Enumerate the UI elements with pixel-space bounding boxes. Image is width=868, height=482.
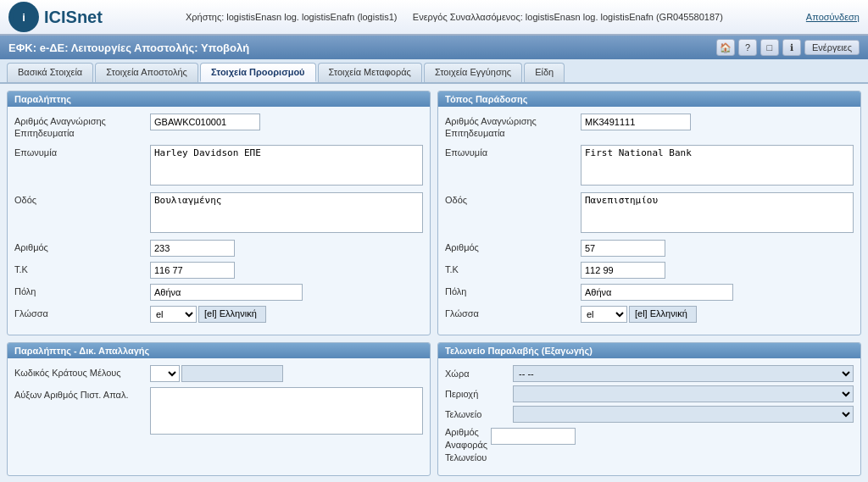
tab-apostoli[interactable]: Στοιχεία Αποστολής xyxy=(95,63,198,82)
top-arith-odos-label: Αριθμός xyxy=(445,240,581,253)
par-eponimia-textarea[interactable]: Harley Davidson ΕΠΕ xyxy=(150,145,423,186)
top-tk-row: Τ.Κ xyxy=(445,262,854,279)
tel-arith-label: ΑριθμόςΑναφοράςΤελωνείου xyxy=(445,426,487,465)
tel-teloneio-select[interactable] xyxy=(513,406,854,423)
pardik-body: Κωδικός Κράτους Μέλους Αύξων Αριθμός Πισ… xyxy=(8,358,430,448)
top-odos-label: Οδός xyxy=(445,192,581,206)
top-glossa-row: Γλώσσα el [el] Ελληνική xyxy=(445,306,854,323)
energeies-button[interactable]: Ενέργειες xyxy=(804,40,860,55)
top-arith-value xyxy=(581,114,854,130)
par-arith-odos-row: Αριθμός xyxy=(14,240,423,257)
par-glossa-display: [el] Ελληνική xyxy=(198,306,266,323)
pardik-auxon-textarea[interactable] xyxy=(150,387,423,435)
teloneio-header: Τελωνείο Παραλαβής (Εξαγωγής) xyxy=(438,343,860,358)
par-tk-input[interactable] xyxy=(150,262,235,279)
top-eponimia-value: First National Bank xyxy=(581,145,854,187)
info-icon[interactable]: ℹ xyxy=(782,39,801,56)
logo-area: i ICISnet xyxy=(8,2,103,32)
top-glossa-select[interactable]: el xyxy=(581,306,627,323)
logout-link[interactable]: Αποσύνδεση xyxy=(806,12,860,22)
tel-arith-input[interactable] xyxy=(491,428,576,445)
top-two-col: Παραλήπτης Αριθμός Αναγνώρισης Επιτηδευμ… xyxy=(7,91,861,335)
tel-periochi-select[interactable] xyxy=(513,385,854,402)
par-arith-odos-input[interactable] xyxy=(150,240,235,257)
top-arith-input[interactable] xyxy=(581,114,691,130)
top-tk-value xyxy=(581,262,854,279)
top-arith-row: Αριθμός Αναγνώρισης Επιτηδευματία xyxy=(445,114,854,140)
par-eponimia-value: Harley Davidson ΕΠΕ xyxy=(150,145,423,187)
user-name: logistisEnasn log. logistisEnafn (logist… xyxy=(226,12,397,22)
top-poli-value xyxy=(581,284,854,301)
top-arith-odos-row: Αριθμός xyxy=(445,240,854,257)
tab-engyisis[interactable]: Στοιχεία Εγγύησης xyxy=(424,63,522,82)
par-odos-row: Οδός Βουλιαγμένης xyxy=(14,192,423,235)
pardik-kodikos-row: Κωδικός Κράτους Μέλους xyxy=(14,365,423,382)
tel-xora-label: Χώρα xyxy=(445,368,513,379)
par-poli-label: Πόλη xyxy=(14,284,150,297)
top-eponimia-label: Επωνυμία xyxy=(445,145,581,158)
top-eponimia-row: Επωνυμία First National Bank xyxy=(445,145,854,187)
subtitle-icons: 🏠 ? □ ℹ Ενέργειες xyxy=(716,39,860,56)
top-glossa-value: el [el] Ελληνική xyxy=(581,306,854,323)
top-odos-value: Πανεπιστημίου xyxy=(581,192,854,235)
home-icon[interactable]: 🏠 xyxy=(716,39,735,56)
user-label: Χρήστης: xyxy=(186,12,224,22)
par-tk-value xyxy=(150,262,423,279)
par-arith-odos-label: Αριθμός xyxy=(14,240,150,253)
topos-section: Τόπος Παράδοσης Αριθμός Αναγνώρισης Επιτ… xyxy=(437,91,861,335)
par-poli-row: Πόλη xyxy=(14,284,423,301)
bottom-two-col: Παραλήπτης - Δικ. Απαλλαγής Κωδικός Κράτ… xyxy=(7,342,861,476)
main-content: Παραλήπτης Αριθμός Αναγνώρισης Επιτηδευμ… xyxy=(0,84,868,482)
top-poli-input[interactable] xyxy=(581,284,733,301)
active-name: logistisEnasn log. logistisEnafn (GR0455… xyxy=(526,12,723,22)
header-user: Χρήστης: logistisEnasn log. logistisEnaf… xyxy=(103,12,806,22)
tab-vasika[interactable]: Βασικά Στοιχεία xyxy=(7,63,93,82)
par-odos-label: Οδός xyxy=(14,192,150,206)
par-odos-value: Βουλιαγμένης xyxy=(150,192,423,235)
pardik-auxon-value xyxy=(150,387,423,436)
par-odos-textarea[interactable]: Βουλιαγμένης xyxy=(150,192,423,233)
pardik-kodikos-label: Κωδικός Κράτους Μέλους xyxy=(14,365,150,379)
top-eponimia-textarea[interactable]: First National Bank xyxy=(581,145,854,186)
pardik-header: Παραλήπτης - Δικ. Απαλλαγής xyxy=(8,343,430,358)
pardik-section: Παραλήπτης - Δικ. Απαλλαγής Κωδικός Κράτ… xyxy=(7,342,431,476)
top-arith-odos-input[interactable] xyxy=(581,240,665,257)
par-arith-value xyxy=(150,114,423,130)
pardik-kodikos-value xyxy=(150,365,423,382)
logo-icon: i xyxy=(8,2,39,32)
par-glossa-row: Γλώσσα el [el] Ελληνική xyxy=(14,306,423,323)
top-odos-row: Οδός Πανεπιστημίου xyxy=(445,192,854,235)
par-tk-row: Τ.Κ xyxy=(14,262,423,279)
top-glossa-label: Γλώσσα xyxy=(445,306,581,319)
tel-xora-select[interactable]: -- -- xyxy=(513,365,854,382)
tel-xora-row: Χώρα -- -- xyxy=(445,365,854,382)
par-tk-label: Τ.Κ xyxy=(14,262,150,275)
help-icon[interactable]: ? xyxy=(738,39,757,56)
topos-body: Αριθμός Αναγνώρισης Επιτηδευματία Επωνυμ… xyxy=(438,107,860,335)
paralamptis-header: Παραλήπτης xyxy=(8,91,430,107)
tel-teloneio-row: Τελωνείο xyxy=(445,406,854,423)
par-arith-label: Αριθμός Αναγνώρισης Επιτηδευματία xyxy=(14,114,150,140)
top-tk-input[interactable] xyxy=(581,262,665,279)
par-poli-input[interactable] xyxy=(150,284,303,301)
active-label: Ενεργός Συναλλασόμενος: xyxy=(413,12,523,22)
top-poli-row: Πόλη xyxy=(445,284,854,301)
top-arith-label: Αριθμός Αναγνώρισης Επιτηδευματία xyxy=(445,114,581,140)
paralamptis-body: Αριθμός Αναγνώρισης Επιτηδευματία Επωνυμ… xyxy=(8,107,430,335)
tel-periochi-label: Περιοχή xyxy=(445,389,513,399)
par-glossa-select[interactable]: el xyxy=(150,306,197,323)
tab-proorismos[interactable]: Στοιχεία Προορισμού xyxy=(200,63,316,82)
pardik-auxon-label: Αύξων Αριθμός Πιστ. Απαλ. xyxy=(14,387,150,401)
paralamptis-section: Παραλήπτης Αριθμός Αναγνώρισης Επιτηδευμ… xyxy=(7,91,431,335)
tab-eidi[interactable]: Είδη xyxy=(524,63,565,82)
subtitle-bar: ΕΦΚ: e-ΔΕ: Λειτουργίες Αποστολής: Υποβολ… xyxy=(0,36,868,59)
teloneio-section: Τελωνείο Παραλαβής (Εξαγωγής) Χώρα -- --… xyxy=(437,342,861,476)
pardik-kodikos-select[interactable] xyxy=(150,365,180,382)
top-odos-textarea[interactable]: Πανεπιστημίου xyxy=(581,192,854,233)
window-icon[interactable]: □ xyxy=(760,39,779,56)
pardik-auxon-row: Αύξων Αριθμός Πιστ. Απαλ. xyxy=(14,387,423,436)
par-arith-input[interactable] xyxy=(150,114,260,130)
tab-metaforas[interactable]: Στοιχεία Μεταφοράς xyxy=(318,63,422,82)
par-arith-odos-value xyxy=(150,240,423,257)
header: i ICISnet Χρήστης: logistisEnasn log. lo… xyxy=(0,0,868,36)
